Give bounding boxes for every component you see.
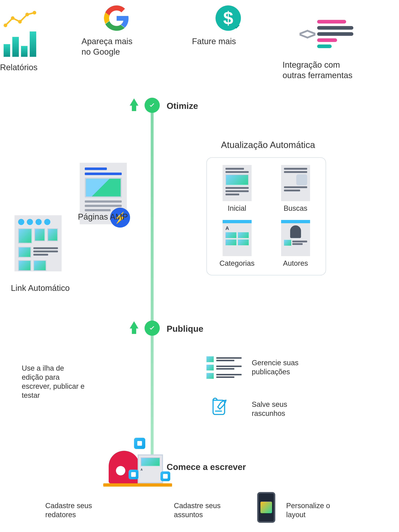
auto-update-title: Atualização Automática <box>221 139 315 151</box>
check-badge-icon <box>144 321 160 336</box>
editing-island-icon: A <box>101 440 174 490</box>
save-drafts-label: Salve seus rascunhos <box>252 400 302 418</box>
code-bracket-icon: <> <box>299 25 314 44</box>
sparkline-icon <box>4 11 40 29</box>
arrow-up-icon <box>130 321 138 334</box>
layout-label: Personalize o layout <box>286 501 337 519</box>
update-item-label: Autores <box>283 259 308 268</box>
update-item-buscas: Buscas <box>275 165 317 213</box>
stage-optimize-title: Otimize <box>167 101 198 111</box>
dollar-icon: $ <box>216 6 241 31</box>
update-item-inicial: Inicial <box>216 165 258 213</box>
writers-label: Cadastre seus redatores <box>45 501 107 519</box>
auto-update-box: Inicial Buscas A Categorias Autores <box>206 157 326 275</box>
svg-point-3 <box>25 13 29 16</box>
svg-point-2 <box>18 20 22 24</box>
timeline-line <box>151 102 154 464</box>
update-item-label: Buscas <box>284 204 307 213</box>
google-icon <box>104 6 129 32</box>
reports-label: Relatórios <box>0 62 38 73</box>
floating-block-icon <box>160 471 170 481</box>
monitor-icon: A <box>138 454 163 483</box>
integration-icon: <> <box>299 20 353 48</box>
manage-pubs-label: Gerencie suas publicações <box>252 358 310 376</box>
bar-chart-icon <box>4 32 40 57</box>
reports-block <box>4 11 40 57</box>
floating-block-icon <box>134 438 145 449</box>
check-icon <box>233 22 242 32</box>
svg-point-0 <box>4 24 7 27</box>
svg-point-1 <box>11 16 14 20</box>
svg-point-4 <box>33 11 36 14</box>
update-item-categorias: A Categorias <box>216 220 258 268</box>
list-icon <box>206 356 242 379</box>
revenue-label: Fature mais <box>192 36 236 47</box>
link-auto-label: Link Automático <box>11 283 70 293</box>
stage-start-title: Comece a escrever <box>167 462 246 472</box>
ilha-text: Use a ilha de edição para escrever, publ… <box>22 364 87 400</box>
link-auto-icon <box>14 215 62 271</box>
update-item-label: Inicial <box>228 204 246 213</box>
check-badge-icon <box>144 98 160 113</box>
floating-block-icon <box>129 470 138 479</box>
integration-label: Integração com outras ferramentas <box>282 60 353 81</box>
stage-publish-title: Publique <box>167 324 203 334</box>
phone-icon <box>257 492 275 523</box>
update-item-label: Categorias <box>220 259 255 268</box>
google-label: Apareça mais no Google <box>81 36 132 57</box>
amp-label: Páginas AMP <box>78 212 128 222</box>
scroll-quill-icon <box>208 396 230 418</box>
update-item-autores: Autores <box>275 220 317 268</box>
arrow-up-icon <box>130 98 138 111</box>
subjects-label: Cadastre seus assuntos <box>174 501 235 519</box>
